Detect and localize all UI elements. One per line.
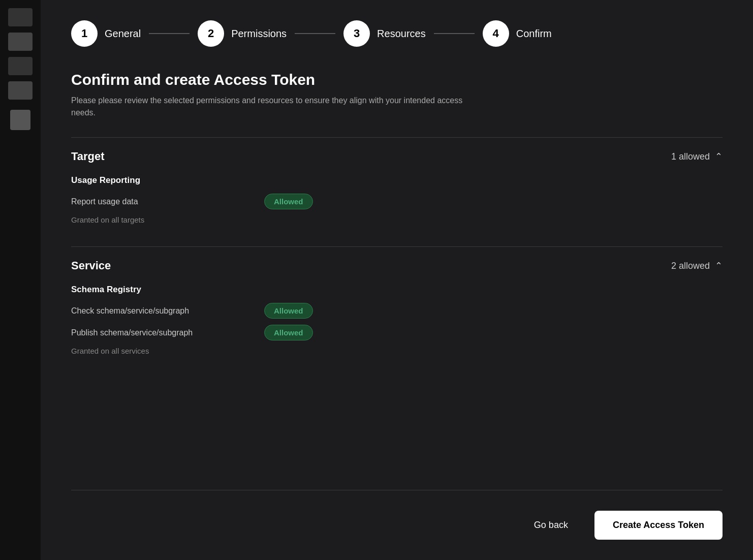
service-permission-0-name: Check schema/service/subgraph: [71, 306, 264, 316]
service-permission-1-badge: Allowed: [264, 325, 313, 340]
step-4-number: 4: [493, 27, 499, 40]
create-access-token-button[interactable]: Create Access Token: [594, 511, 723, 540]
service-section: Service 2 allowed ⌃ Schema Registry Chec…: [71, 259, 723, 367]
step-connector-3: [434, 33, 475, 34]
step-3-label: Resources: [377, 28, 426, 40]
sidebar-nav-item-4[interactable]: [8, 81, 33, 100]
target-section-header: Target 1 allowed ⌃: [71, 150, 723, 163]
service-permission-1-name: Publish schema/service/subgraph: [71, 328, 264, 337]
footer: Go back Create Access Token: [71, 490, 723, 540]
sidebar-avatar[interactable]: [10, 110, 30, 130]
step-2-number: 2: [208, 27, 214, 40]
sidebar-nav-item-3[interactable]: [8, 57, 33, 75]
section-divider-1: [71, 246, 723, 247]
step-1-label: General: [105, 28, 141, 40]
target-permission-group-0: Usage Reporting Report usage data Allowe…: [71, 175, 723, 224]
step-3: 3 Resources: [343, 20, 426, 47]
service-section-header: Service 2 allowed ⌃: [71, 259, 723, 272]
step-1-circle: 1: [71, 20, 98, 47]
service-group-0-title: Schema Registry: [71, 285, 723, 295]
sidebar-nav-item-1[interactable]: [8, 8, 33, 26]
service-chevron-icon: ⌃: [715, 260, 723, 271]
target-group-0-title: Usage Reporting: [71, 175, 723, 185]
page-description: Please please review the selected permis…: [71, 95, 467, 119]
step-connector-2: [295, 33, 335, 34]
step-4-label: Confirm: [516, 28, 552, 40]
step-4-circle: 4: [483, 20, 509, 47]
step-3-circle: 3: [343, 20, 370, 47]
service-permission-row-1: Publish schema/service/subgraph Allowed: [71, 325, 723, 340]
service-permission-row-0: Check schema/service/subgraph Allowed: [71, 303, 723, 319]
main-content: 1 General 2 Permissions 3 Resources: [41, 0, 753, 560]
step-2-circle: 2: [198, 20, 224, 47]
stepper: 1 General 2 Permissions 3 Resources: [71, 20, 723, 47]
service-section-title: Service: [71, 259, 111, 272]
service-permission-group-0: Schema Registry Check schema/service/sub…: [71, 285, 723, 355]
service-section-count: 2 allowed: [671, 261, 710, 271]
target-section-title: Target: [71, 150, 105, 163]
step-2: 2 Permissions: [198, 20, 287, 47]
target-section-count-container[interactable]: 1 allowed ⌃: [671, 151, 723, 162]
target-permission-0-name: Report usage data: [71, 197, 264, 206]
service-granted-text: Granted on all services: [71, 347, 723, 355]
target-permission-row-0: Report usage data Allowed: [71, 194, 723, 209]
service-section-count-container[interactable]: 2 allowed ⌃: [671, 260, 723, 271]
step-1: 1 General: [71, 20, 141, 47]
step-connector-1: [149, 33, 190, 34]
page-title: Confirm and create Access Token: [71, 71, 723, 88]
target-granted-text: Granted on all targets: [71, 215, 723, 224]
target-chevron-icon: ⌃: [715, 151, 723, 162]
step-3-number: 3: [354, 27, 360, 40]
sidebar-nav-item-2[interactable]: [8, 33, 33, 51]
sidebar: [0, 0, 41, 560]
target-section-count: 1 allowed: [671, 151, 710, 162]
step-1-number: 1: [81, 27, 87, 40]
go-back-button[interactable]: Go back: [524, 515, 578, 536]
target-section: Target 1 allowed ⌃ Usage Reporting Repor…: [71, 137, 723, 236]
target-permission-0-badge: Allowed: [264, 194, 313, 209]
step-4: 4 Confirm: [483, 20, 552, 47]
step-2-label: Permissions: [231, 28, 287, 40]
service-permission-0-badge: Allowed: [264, 303, 313, 319]
